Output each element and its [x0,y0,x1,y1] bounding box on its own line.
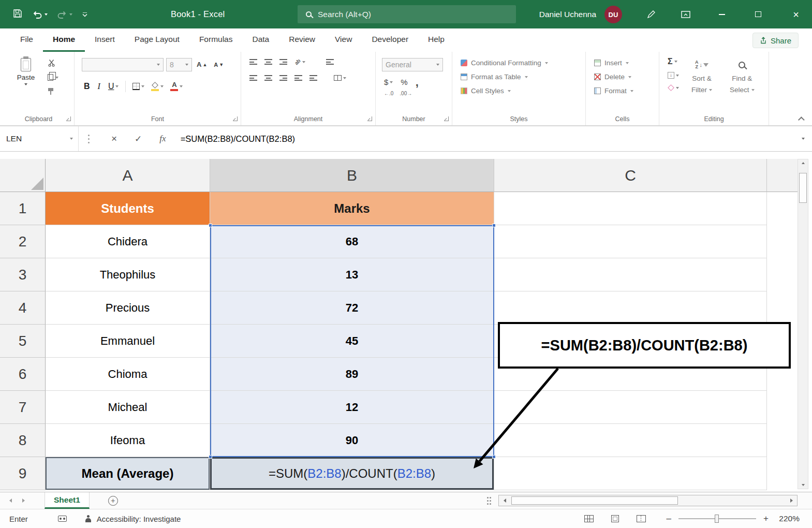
sort-filter-button[interactable]: AZ↓ Sort & Filter [691,58,712,94]
tab-help[interactable]: Help [418,28,454,52]
macro-record-icon[interactable] [58,516,67,522]
close-button[interactable]: × [786,0,806,28]
sheet-tab-sheet1[interactable]: Sheet1 [45,492,90,509]
italic-button[interactable]: I [97,82,101,91]
scroll-down-icon[interactable] [802,484,805,486]
collapse-ribbon-button[interactable] [798,116,805,123]
next-sheet-icon[interactable] [22,498,25,503]
cell-B2[interactable]: 68 [210,225,494,258]
decrease-decimal-icon[interactable]: .00→ [400,91,412,96]
cell-B6[interactable]: 89 [210,358,494,391]
borders-button[interactable] [132,83,144,90]
page-layout-view-button[interactable] [611,515,619,522]
clear-button[interactable] [668,84,679,91]
row-header-9[interactable]: 9 [0,457,46,490]
cell-C7[interactable] [494,391,767,424]
cell-A1[interactable]: Students [46,192,210,225]
cell-A8[interactable]: Ifeoma [46,424,210,457]
copy-button[interactable] [48,74,58,81]
insert-function-button[interactable]: fx [159,134,166,144]
cell-A7[interactable]: Micheal [46,391,210,424]
cell-A6[interactable]: Chioma [46,358,210,391]
row-header-1[interactable]: 1 [0,192,46,225]
save-button[interactable] [12,8,23,21]
row-header-7[interactable]: 7 [0,391,46,424]
formula-input[interactable]: =SUM(B2:B8)/COUNT(B2:B8) [181,134,295,144]
fill-color-button[interactable] [151,82,164,91]
previous-sheet-icon[interactable] [9,498,12,503]
cell-A2[interactable]: Chidera [46,225,210,258]
row-header-3[interactable]: 3 [0,258,46,291]
increase-font-size-button[interactable]: A▲ [195,62,209,68]
font-dialog-launcher[interactable] [233,116,238,121]
vertical-scroll-thumb[interactable] [799,173,807,203]
cell-B3[interactable]: 13 [210,258,494,291]
expand-formula-bar-icon[interactable] [802,138,805,140]
avatar[interactable]: DU [604,6,622,23]
format-cells-button[interactable]: Format [586,84,659,98]
increase-indent-icon[interactable] [309,75,317,81]
format-painter-button[interactable] [48,88,58,95]
cell-B4[interactable]: 72 [210,291,494,325]
fill-button[interactable] [668,72,679,79]
decrease-indent-icon[interactable] [294,75,302,81]
cell-A4[interactable]: Precious [46,291,210,325]
format-as-table-button[interactable]: Format as Table [452,70,585,84]
scroll-right-icon[interactable] [786,495,797,506]
select-all-corner[interactable] [0,159,46,192]
top-align-icon[interactable] [249,59,257,65]
delete-cells-button[interactable]: Delete [586,70,659,84]
name-box[interactable]: LEN [0,126,79,151]
zoom-slider-thumb[interactable] [715,515,719,523]
font-size-combo[interactable]: 8 [166,58,192,71]
row-header-2[interactable]: 2 [0,225,46,258]
orientation-button[interactable]: ab [294,59,305,65]
tab-review[interactable]: Review [279,28,325,52]
cell-B7[interactable]: 12 [210,391,494,424]
number-format-combo[interactable]: General [382,58,443,71]
column-header-A[interactable]: A [46,159,210,192]
zoom-in-button[interactable]: + [763,514,769,524]
cell-C9[interactable] [494,457,767,490]
new-sheet-button[interactable]: + [108,496,118,506]
increase-decimal-icon[interactable]: ←.0 [384,91,393,96]
bold-button[interactable]: B [84,82,90,91]
decrease-font-size-button[interactable]: A▼ [212,62,226,68]
ribbon-display-options-button[interactable] [675,0,696,28]
redo-button[interactable] [57,10,72,19]
cell-A5[interactable]: Emmanuel [46,325,210,358]
cell-C8[interactable] [494,424,767,457]
percent-style-button[interactable]: % [401,78,407,86]
tab-formulas[interactable]: Formulas [189,28,243,52]
accessibility-checker-button[interactable]: Accessibility: Investigate [84,515,181,523]
cell-C1[interactable] [494,192,767,225]
align-left-icon[interactable] [249,75,257,81]
vertical-scrollbar[interactable] [798,159,808,489]
comma-style-button[interactable]: , [416,80,419,85]
formula-bar-resize-handle[interactable] [88,138,90,140]
cell-B1[interactable]: Marks [210,192,494,225]
customize-quick-access-button[interactable] [82,10,88,19]
row-header-5[interactable]: 5 [0,325,46,358]
page-break-view-button[interactable] [637,515,646,522]
search-input[interactable]: Search (Alt+Q) [298,5,516,23]
wrap-text-button[interactable] [326,59,334,65]
find-select-button[interactable]: Find & Select [730,58,755,94]
paste-button[interactable]: Paste [12,58,39,85]
scroll-left-icon[interactable] [499,495,510,506]
zoom-slider[interactable] [678,518,756,519]
scroll-up-icon[interactable] [802,162,805,164]
tab-home[interactable]: Home [43,28,85,52]
merge-center-button[interactable] [334,75,346,81]
share-button[interactable]: Share [752,33,799,48]
font-color-button[interactable]: A [170,82,183,91]
middle-align-icon[interactable] [264,59,272,65]
ink-editor-button[interactable] [641,0,661,28]
row-header-6[interactable]: 6 [0,358,46,391]
underline-button[interactable]: U [108,82,119,91]
normal-view-button[interactable] [584,515,594,522]
cell-B9[interactable]: =SUM(B2:B8)/COUNT(B2:B8) [210,457,494,490]
number-dialog-launcher[interactable] [444,116,449,121]
minimize-button[interactable] [712,0,732,28]
confirm-entry-button[interactable]: ✓ [135,134,142,144]
